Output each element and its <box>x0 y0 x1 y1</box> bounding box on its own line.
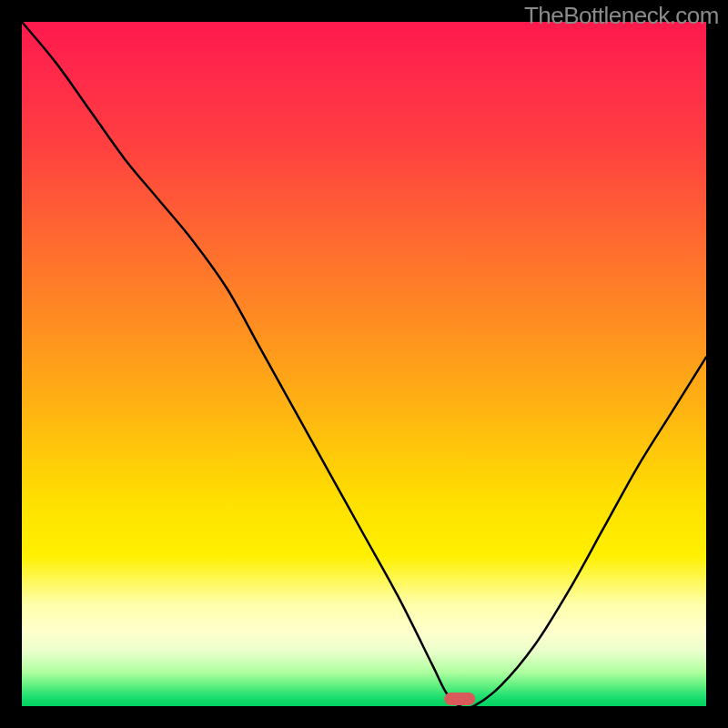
optimal-marker <box>444 693 475 705</box>
chart-frame: TheBottleneck.com <box>0 0 728 728</box>
bottleneck-curve <box>22 22 706 706</box>
plot-area <box>22 22 706 706</box>
chart-svg <box>22 22 706 706</box>
watermark-text: TheBottleneck.com <box>524 2 719 30</box>
